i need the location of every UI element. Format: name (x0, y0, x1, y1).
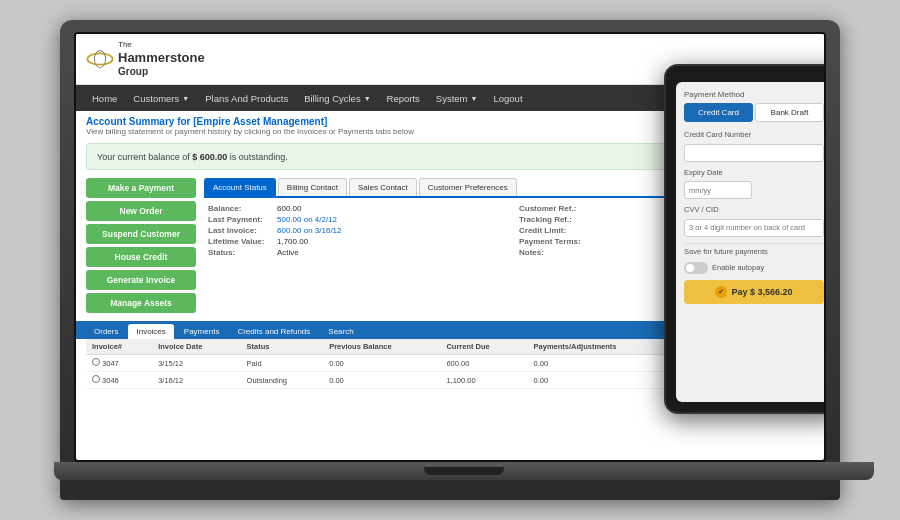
logo-text: The Hammerstone Group (118, 40, 205, 78)
billing-arrow: ▼ (364, 95, 371, 102)
new-order-button[interactable]: New Order (86, 201, 196, 221)
autopay-label: Enable autopay (712, 263, 764, 272)
col-prev-bal: Previous Balance (323, 339, 440, 355)
detail-last-payment: Last Payment: 500.00 on 4/2/12 (208, 215, 499, 224)
laptop-notch (424, 467, 504, 475)
autopay-row: Enable autopay (684, 262, 824, 274)
tab-customer-prefs[interactable]: Customer Preferences (419, 178, 517, 196)
make-payment-button[interactable]: Make a Payment (86, 178, 196, 198)
tab-sales-contact[interactable]: Sales Contact (349, 178, 417, 196)
last-invoice-link[interactable]: 600.00 on 3/16/12 (277, 226, 342, 235)
cvv-input[interactable] (684, 219, 824, 237)
col-invoice-date: Invoice Date (152, 339, 240, 355)
col-curr-due: Current Due (440, 339, 527, 355)
row1-radio[interactable] (92, 358, 100, 366)
credit-card-toggle[interactable]: Credit Card (684, 103, 753, 122)
logo-area: The Hammerstone Group (86, 40, 205, 78)
expiry-input[interactable] (684, 181, 752, 199)
col-status: Status (241, 339, 324, 355)
tab-search[interactable]: Search (320, 324, 361, 339)
site-wrapper: The Hammerstone Group Home Customers ▼ P… (76, 34, 824, 460)
tab-payments[interactable]: Payments (176, 324, 228, 339)
laptop-shell: The Hammerstone Group Home Customers ▼ P… (60, 20, 840, 500)
manage-assets-button[interactable]: Manage Assets (86, 293, 196, 313)
suspend-customer-button[interactable]: Suspend Customer (86, 224, 196, 244)
nav-system[interactable]: System ▼ (428, 85, 486, 111)
payment-method-label: Payment Method (684, 90, 824, 99)
pay-icon: ✓ (715, 286, 727, 298)
house-credit-button[interactable]: House Credit (86, 247, 196, 267)
phone-screen: Payment Method Credit Card Bank Draft Cr… (676, 82, 826, 402)
save-future-group: Save for future payments (684, 247, 824, 256)
col-payments-adj: Payments/Adjustments (528, 339, 677, 355)
payment-toggle: Credit Card Bank Draft (684, 103, 824, 122)
logo-icon (86, 49, 114, 69)
sidebar-buttons: Make a Payment New Order Suspend Custome… (86, 178, 196, 313)
pay-button[interactable]: ✓ Pay $ 3,566.20 (684, 280, 824, 304)
nav-billing[interactable]: Billing Cycles ▼ (296, 85, 378, 111)
save-future-label: Save for future payments (684, 247, 824, 256)
credit-card-label: Credit Card Number (684, 130, 824, 139)
system-arrow: ▼ (471, 95, 478, 102)
expiry-group: Expiry Date (684, 168, 752, 200)
tab-account-status[interactable]: Account Status (204, 178, 276, 196)
last-payment-link[interactable]: 500.00 on 4/2/12 (277, 215, 337, 224)
nav-home[interactable]: Home (84, 85, 125, 111)
credit-card-input[interactable] (684, 144, 824, 162)
nav-plans[interactable]: Plans And Products (197, 85, 296, 111)
nav-customers[interactable]: Customers ▼ (125, 85, 197, 111)
credit-card-group: Credit Card Number (684, 130, 824, 162)
generate-invoice-button[interactable]: Generate Invoice (86, 270, 196, 290)
tab-orders[interactable]: Orders (86, 324, 126, 339)
customers-arrow: ▼ (182, 95, 189, 102)
svg-point-0 (87, 54, 112, 65)
expiry-cvv-row: Expiry Date (684, 168, 824, 206)
balance-text: Your current balance of $ 600.00 is outs… (97, 152, 288, 162)
col-invoice-num: Invoice# (86, 339, 152, 355)
tab-invoices[interactable]: Invoices (128, 324, 173, 339)
tab-billing-contact[interactable]: Billing Contact (278, 178, 347, 196)
expiry-label: Expiry Date (684, 168, 752, 177)
detail-lifetime-value: Lifetime Value: 1,700.00 (208, 237, 499, 246)
divider (684, 243, 824, 244)
autopay-toggle[interactable] (684, 262, 708, 274)
cvv-group: CVV / CID (684, 205, 824, 237)
tab-credits[interactable]: Credits and Refunds (229, 324, 318, 339)
laptop-screen: The Hammerstone Group Home Customers ▼ P… (74, 32, 826, 462)
detail-last-invoice: Last Invoice: 600.00 on 3/16/12 (208, 226, 499, 235)
nav-reports[interactable]: Reports (379, 85, 428, 111)
detail-balance: Balance: 600.00 (208, 204, 499, 213)
detail-status: Status: Active (208, 248, 499, 257)
cvv-label: CVV / CID (684, 205, 824, 214)
phone-overlay: Payment Method Credit Card Bank Draft Cr… (664, 64, 826, 414)
bank-draft-toggle[interactable]: Bank Draft (755, 103, 824, 122)
laptop-base (54, 462, 874, 480)
nav-logout[interactable]: Logout (485, 85, 530, 111)
row2-radio[interactable] (92, 375, 100, 383)
